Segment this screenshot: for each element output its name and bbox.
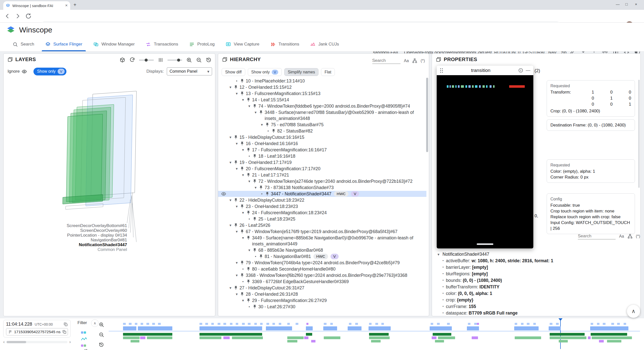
spacing-slider[interactable] [168,60,182,60]
property-item[interactable]: •currFrame: 155 [436,304,638,309]
option-flat[interactable]: Flat [321,68,335,76]
overlay-header[interactable]: transition — [437,66,533,75]
zoom-out-icon[interactable] [196,57,202,63]
zoom-in-icon[interactable] [99,322,104,327]
expander-icon[interactable]: ▾ [240,210,246,216]
tree-node[interactable]: ▾72 - WindowToken{a2746de type=2040 andr… [218,178,426,184]
scroll-right-icon[interactable]: › [69,340,71,344]
tree-node[interactable]: ▾21 - Leaf:17:17#21 [218,172,426,178]
expander-icon[interactable]: ▾ [234,272,240,278]
expander-icon[interactable]: ▾ [227,159,233,165]
tree-node[interactable]: ▾28 - OneHanded:26:31#28 [218,291,426,297]
tree-node[interactable]: •30 - Leaf:26:27#30 [218,304,426,310]
layers-3d-view[interactable] [60,88,145,215]
properties-tree-root[interactable]: ▾ NotificationShade#3447 [436,252,638,257]
expander-icon[interactable]: ▾ [253,185,259,191]
properties-search-input[interactable] [578,233,616,239]
tree-node[interactable]: •81 - NavigationBar0#81HWCV [218,253,426,259]
layer-rect-notification-shade[interactable] [66,114,103,202]
zoom-in-icon[interactable] [186,57,192,63]
tree-node[interactable]: •25 - Leaf:18:23#25 [218,216,426,222]
match-case-icon[interactable]: Aa [404,59,409,63]
show-only-toggle[interactable]: Show only V [33,68,66,75]
copy-icon[interactable] [62,330,67,334]
browser-tab[interactable]: Winscope | sandbox-FAI × [3,1,70,10]
hierarchy-search-input[interactable] [372,58,400,64]
expander-icon[interactable]: ▾ [227,84,233,90]
tree-node[interactable]: ▾24 - FullscreenMagnification:18:23#24 [218,210,426,216]
expander-icon[interactable]: ▾ [227,222,233,228]
expander-icon[interactable]: ▾ [240,297,246,303]
tree-node[interactable]: •82 - StatusBar#82 [218,128,426,134]
tree-node[interactable]: ▾73 - 8736138 NotificationShade#73 [218,185,426,191]
collapse-filter-icon[interactable]: ∧ [91,319,99,327]
expander-icon[interactable]: ▾ [234,166,240,172]
expander-icon[interactable]: ▾ [259,122,265,128]
window-minimize-icon[interactable]: — [616,2,620,6]
reset-view-icon[interactable] [206,57,212,63]
expander-icon[interactable]: ▾ [246,247,252,253]
expander-icon[interactable]: ▾ [436,252,440,257]
property-item[interactable]: •blurRegions: [empty] [436,271,638,277]
tab-search[interactable]: Search [7,37,40,51]
expander-icon[interactable]: ▾ [227,197,233,203]
option-show-diff[interactable]: Show diff [222,68,245,76]
expander-icon[interactable]: ▾ [227,134,233,140]
tree-node[interactable]: ▾14 - Leaf:15:15#14 [218,97,426,103]
tree-node[interactable]: ▾16 - OneHanded:16:16#16 [218,141,426,147]
tree-node[interactable]: ▾3448 - Surface(name=ed70f88 StatusBar)/… [218,109,426,121]
property-item[interactable]: •bufferTransform: IDENTITY [436,284,638,290]
expander-icon[interactable]: ▾ [240,97,246,103]
tree-node[interactable]: ▾68 - 885b63e NavigationBar0#68 [218,247,426,253]
properties-scrollbar[interactable] [638,80,640,188]
tree-node[interactable]: ▾26 - Leaf:25#26 [218,222,426,228]
property-item[interactable]: •barrierLayer: [empty] [436,265,638,270]
expander-icon[interactable]: ▾ [240,235,246,241]
property-item[interactable]: •crop: {empty} [436,297,638,303]
tree-node[interactable]: ▾3449 - Surface(name=885b63e NavigationB… [218,235,426,247]
zoom-out-icon[interactable] [99,332,104,337]
expander-icon[interactable]: ▾ [234,91,240,97]
rotation-icon[interactable] [129,57,135,63]
expander-icon[interactable]: ▾ [240,147,246,153]
tab-window-manager[interactable]: Window Manager [88,37,140,51]
layer-label[interactable]: NotificationShade#3447 [59,242,127,247]
property-item[interactable]: •dataspace: BT709 sRGB Full range [436,310,638,316]
scroll-left-icon[interactable]: ‹ [3,340,5,344]
drag-handle-icon[interactable] [440,68,443,73]
screenshot-overlay-window[interactable]: transition — [437,66,533,248]
expander-icon[interactable]: ▾ [234,291,240,297]
tree-node[interactable]: ▾20 - FullscreenMagnification:17:17#20 [218,166,426,172]
tab-transactions[interactable]: Transactions [140,37,184,51]
property-item[interactable]: •activeBuffer: w: 1080, h: 2400, stride:… [436,258,638,264]
displays-select[interactable]: Common Panel ▾ [167,67,212,75]
rotation-slider[interactable] [139,60,154,60]
tree-node[interactable]: •10 - ImePlaceholder:13:14#10 [218,78,426,84]
regex-icon[interactable]: (*) [421,59,425,63]
expander-icon[interactable]: ▾ [234,260,240,266]
window-maximize-icon[interactable]: □ [625,2,628,6]
tree-node[interactable]: ▾22 - HideDisplayCutout:18:23#22 [218,197,426,203]
tree-node[interactable]: ▾19 - OneHanded:17:17#19 [218,159,426,165]
tree-node[interactable]: •3369 - 67726bf EdgeBackGestureHandler0#… [218,279,426,285]
collapse-panel-icon[interactable] [8,57,13,62]
property-item[interactable]: •color: (0, 0, 0), alpha: 1 [436,291,638,296]
tree-node[interactable]: •18 - Leaf:16:16#18 [218,153,426,159]
back-icon[interactable] [4,13,11,19]
hierarchy-scrollbar[interactable] [426,78,428,152]
regex-icon[interactable]: (*) [636,234,640,239]
layer-label[interactable]: NavigationBar0#81 [59,238,127,243]
timestamp-ns-field[interactable]: 1715339054227572545 ns [6,328,68,335]
tree-node[interactable]: ▾79 - WindowToken{7046b4a type=2024 andr… [218,260,426,266]
expander-icon[interactable]: ▾ [253,109,259,115]
reset-zoom-icon[interactable] [99,342,104,347]
scroll-to-top-button[interactable]: ∧ [627,305,640,318]
tree-node[interactable]: ▾67 - WindowToken{e5176f9 type=2019 andr… [218,229,426,235]
sitemap-icon[interactable] [412,58,417,63]
tab-transitions[interactable]: Transitions [265,37,305,51]
sitemap-icon[interactable] [628,234,632,239]
expander-icon[interactable]: ▾ [234,203,240,209]
layer-label[interactable]: ScreenDecorOverlay#60 [59,228,127,233]
tab-view-capture[interactable]: View Capture [220,37,265,51]
tree-node[interactable]: ▾29 - FullscreenMagnification:26:27#29 [218,297,426,303]
